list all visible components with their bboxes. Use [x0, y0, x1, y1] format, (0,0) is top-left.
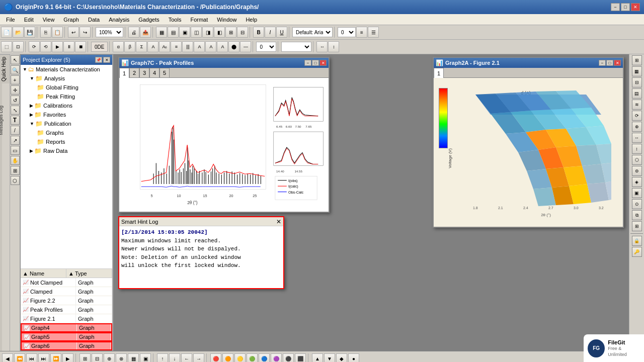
list-item-0[interactable]: 📈 Not Clamped Graph [21, 278, 112, 287]
right-btn18[interactable]: 🔑 [632, 247, 642, 257]
tool-r1[interactable]: ⬚ [1, 41, 12, 52]
region-tool[interactable]: ⬡ [11, 176, 20, 185]
tree-graphs[interactable]: 📁 Graphs [21, 128, 112, 137]
menu-gadgets[interactable]: Gadgets [134, 14, 164, 25]
right-btn4[interactable]: ▤ [632, 88, 642, 99]
copy-btn[interactable]: ⎘ [40, 27, 51, 38]
zoom-in-tool[interactable]: 🔍 [11, 65, 20, 74]
tree-favorites[interactable]: ▶ 📁 Favorites [21, 110, 112, 119]
tool-r21[interactable]: ↕ [328, 41, 339, 52]
tool-r19[interactable]: — [240, 41, 251, 52]
btm-btn9[interactable]: ⊕ [104, 353, 115, 363]
btm-btn22[interactable]: 🟣 [271, 353, 282, 363]
menu-tools[interactable]: Tools [165, 14, 186, 25]
right-btn1[interactable]: ⊞ [632, 55, 642, 65]
quick-help-label[interactable]: Quick Help [0, 54, 10, 83]
btm-btn6[interactable]: ▶ [62, 353, 73, 363]
list-item-1[interactable]: 📈 Clamped Graph [21, 287, 112, 296]
tool-btn2[interactable]: ▤ [168, 27, 179, 38]
tool-r8[interactable]: α [113, 41, 124, 52]
btm-btn12[interactable]: ▣ [140, 353, 151, 363]
font-italic-btn[interactable]: I [265, 27, 276, 38]
messages-log-label[interactable]: Messages Log [0, 105, 5, 136]
align-left-btn[interactable]: ≡ [356, 27, 367, 38]
rotate-tool[interactable]: ↺ [11, 96, 20, 105]
close-button[interactable]: ✕ [631, 3, 640, 11]
tool-r16[interactable]: A [205, 41, 216, 52]
tool-r4[interactable]: ⟲ [40, 41, 51, 52]
tree-raw-data[interactable]: ▶ 📁 Raw Data [21, 146, 112, 155]
btm-btn2[interactable]: ⏪ [14, 353, 25, 363]
tree-publication[interactable]: ▼ 📁 Publication [21, 119, 112, 128]
menu-analysis[interactable]: Analysis [105, 14, 133, 25]
col-name[interactable]: ▲ Name [21, 269, 66, 278]
right-btn11[interactable]: ⊜ [632, 166, 642, 176]
graph7c-tab-4[interactable]: 4 [149, 68, 159, 78]
menu-help[interactable]: Help [242, 14, 261, 25]
tool-r9[interactable]: β [124, 41, 135, 52]
list-item-4[interactable]: 📈 Figure 2.1 Graph [21, 314, 112, 323]
export-btn[interactable]: 📤 [140, 27, 151, 38]
right-btn6[interactable]: ⟳ [632, 111, 642, 121]
paste-btn[interactable]: 📋 [52, 27, 63, 38]
right-btn9[interactable]: ↕ [632, 144, 642, 154]
right-btn16[interactable]: ⊞ [632, 221, 642, 231]
list-item-3[interactable]: 📈 Peak Profiles Graph [21, 305, 112, 314]
right-btn14[interactable]: ⊙ [632, 199, 642, 209]
btm-btn13[interactable]: ↑ [157, 353, 168, 363]
btm-btn4[interactable]: ⏭ [38, 353, 49, 363]
tool-btn6[interactable]: ◧ [214, 27, 225, 38]
open-btn[interactable]: 📂 [13, 27, 24, 38]
tool-r2[interactable]: ⊡ [13, 41, 24, 52]
menu-data[interactable]: Data [84, 14, 104, 25]
tool-btn8[interactable]: ⊟ [237, 27, 248, 38]
tree-global-fitting[interactable]: 📁 Global Fitting [21, 83, 112, 92]
list-item-7[interactable]: 📈 Graph6 Graph [21, 341, 112, 350]
btm-btn7[interactable]: ⊞ [79, 353, 91, 363]
list-item-5[interactable]: 📈 Graph4 Graph [21, 323, 112, 332]
rect-tool[interactable]: ▭ [11, 146, 20, 155]
arrow-tool[interactable]: ↗ [11, 136, 20, 145]
redo-btn[interactable]: ↪ [79, 27, 91, 38]
btm-btn24[interactable]: ⬛ [295, 353, 306, 363]
graph7c-tab-2[interactable]: 2 [129, 68, 139, 78]
graph7c-minimize[interactable]: − [304, 60, 311, 66]
scale-tool[interactable]: ⤡ [11, 106, 20, 115]
graph7c-tab-1[interactable]: 1 [119, 68, 129, 78]
btm-btn17[interactable]: 🔴 [210, 353, 221, 363]
btm-btn1[interactable]: ◀ [2, 353, 13, 363]
fontsize-select[interactable]: 0 [338, 27, 356, 37]
tool-r17[interactable]: A [217, 41, 228, 52]
print-btn[interactable]: 🖨 [128, 27, 139, 38]
graph7c-title-bar[interactable]: 📊 Graph7C - Peak Profiles − □ ✕ [119, 58, 329, 68]
menu-file[interactable]: File [2, 14, 19, 25]
hand-tool[interactable]: ✋ [11, 156, 20, 165]
grid-tool[interactable]: ⊞ [11, 166, 20, 175]
btm-btn21[interactable]: 🔵 [259, 353, 270, 363]
right-btn7[interactable]: ⊕ [632, 122, 642, 132]
new-btn[interactable]: 📄 [1, 27, 12, 38]
tool-r10[interactable]: Σ [136, 41, 147, 52]
smart-hint-close-btn[interactable]: ✕ [276, 218, 281, 225]
btm-btn20[interactable]: 🟢 [247, 353, 258, 363]
btm-btn28[interactable]: ● [348, 353, 359, 363]
pe-close-btn[interactable]: ✕ [103, 57, 110, 63]
right-btn17[interactable]: 🔒 [632, 236, 642, 246]
btm-btn3[interactable]: ⏮ [26, 353, 37, 363]
tool-btn3[interactable]: ▣ [179, 27, 190, 38]
menu-window[interactable]: Window [213, 14, 240, 25]
btm-btn23[interactable]: ⚫ [283, 353, 294, 363]
tool-r15[interactable]: A [194, 41, 205, 52]
graph7c-maximize[interactable]: □ [312, 60, 319, 66]
tool-r6[interactable]: ⏸ [63, 41, 74, 52]
list-item-2[interactable]: 📈 Figure 2.2 Graph [21, 296, 112, 305]
menu-format[interactable]: Format [186, 14, 212, 25]
undo-btn[interactable]: ↩ [68, 27, 79, 38]
tool-btn7[interactable]: ⊞ [225, 27, 236, 38]
tool-r3[interactable]: ⟳ [29, 41, 40, 52]
menu-edit[interactable]: Edit [20, 14, 38, 25]
graph2a-close[interactable]: ✕ [614, 60, 621, 66]
right-btn13[interactable]: ▣ [632, 188, 642, 198]
right-btn3[interactable]: ⊟ [632, 77, 642, 87]
pointer-tool[interactable]: ↖ [11, 55, 20, 64]
